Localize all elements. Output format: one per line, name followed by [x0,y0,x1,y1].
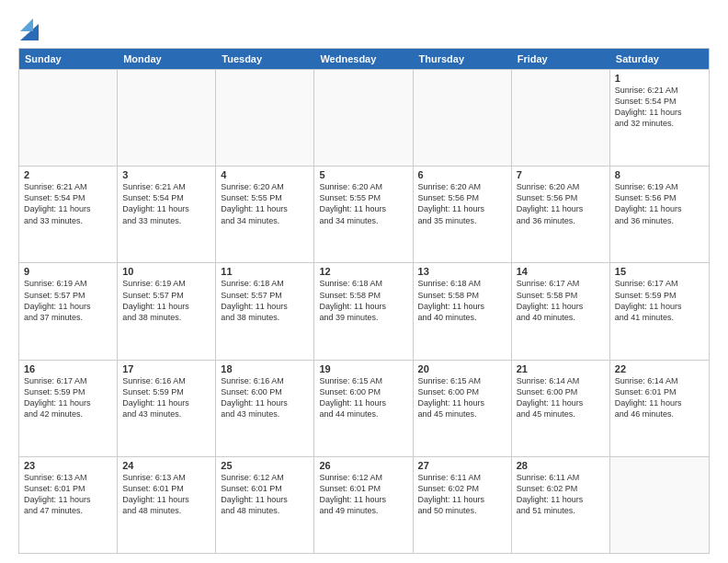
weekday-header-tuesday: Tuesday [216,49,314,69]
day-info: Sunrise: 6:18 AM Sunset: 5:58 PM Dayligh… [319,278,407,323]
day-info: Sunrise: 6:18 AM Sunset: 5:58 PM Dayligh… [418,278,506,323]
day-info: Sunrise: 6:17 AM Sunset: 5:58 PM Dayligh… [517,278,605,323]
day-info: Sunrise: 6:16 AM Sunset: 5:59 PM Dayligh… [122,375,210,420]
day-number: 3 [122,169,210,180]
day-number: 20 [418,363,506,374]
calendar-row-3: 9Sunrise: 6:19 AM Sunset: 5:57 PM Daylig… [19,262,709,359]
day-info: Sunrise: 6:13 AM Sunset: 6:01 PM Dayligh… [24,472,112,517]
day-info: Sunrise: 6:15 AM Sunset: 6:00 PM Dayligh… [319,375,407,420]
day-number: 28 [517,460,605,471]
day-info: Sunrise: 6:17 AM Sunset: 5:59 PM Dayligh… [24,375,112,420]
day-cell-19: 19Sunrise: 6:15 AM Sunset: 6:00 PM Dayli… [314,361,413,456]
day-info: Sunrise: 6:15 AM Sunset: 6:00 PM Dayligh… [418,375,506,420]
day-cell-20: 20Sunrise: 6:15 AM Sunset: 6:00 PM Dayli… [414,361,512,456]
day-cell-25: 25Sunrise: 6:12 AM Sunset: 6:01 PM Dayli… [216,457,314,553]
day-number: 4 [221,169,309,180]
day-info: Sunrise: 6:19 AM Sunset: 5:56 PM Dayligh… [615,181,704,226]
day-info: Sunrise: 6:11 AM Sunset: 6:02 PM Dayligh… [517,472,605,517]
day-info: Sunrise: 6:21 AM Sunset: 5:54 PM Dayligh… [122,181,210,226]
day-number: 2 [24,169,112,180]
day-info: Sunrise: 6:12 AM Sunset: 6:01 PM Dayligh… [319,472,407,517]
day-cell-27: 27Sunrise: 6:11 AM Sunset: 6:02 PM Dayli… [414,457,512,553]
day-cell-13: 13Sunrise: 6:18 AM Sunset: 5:58 PM Dayli… [414,263,512,359]
calendar-row-4: 16Sunrise: 6:17 AM Sunset: 5:59 PM Dayli… [19,360,709,456]
calendar: SundayMondayTuesdayWednesdayThursdayFrid… [18,48,710,554]
logo [18,15,39,40]
calendar-row-1: 1Sunrise: 6:21 AM Sunset: 5:54 PM Daylig… [19,69,709,166]
day-info: Sunrise: 6:20 AM Sunset: 5:55 PM Dayligh… [221,181,309,226]
day-number: 13 [418,266,506,277]
day-number: 14 [517,266,605,277]
day-number: 7 [517,169,605,180]
day-cell-1: 1Sunrise: 6:21 AM Sunset: 5:54 PM Daylig… [610,70,709,166]
day-number: 11 [221,266,309,277]
day-cell-empty-0-1 [118,70,216,166]
day-number: 24 [122,460,210,471]
day-cell-7: 7Sunrise: 6:20 AM Sunset: 5:56 PM Daylig… [512,167,610,262]
day-cell-empty-0-4 [414,70,512,166]
day-info: Sunrise: 6:18 AM Sunset: 5:57 PM Dayligh… [221,278,309,323]
weekday-header-friday: Friday [512,49,610,69]
day-number: 26 [319,460,407,471]
day-number: 18 [221,363,309,374]
day-cell-28: 28Sunrise: 6:11 AM Sunset: 6:02 PM Dayli… [512,457,610,553]
day-cell-26: 26Sunrise: 6:12 AM Sunset: 6:01 PM Dayli… [314,457,413,553]
day-cell-21: 21Sunrise: 6:14 AM Sunset: 6:00 PM Dayli… [512,361,610,456]
day-cell-16: 16Sunrise: 6:17 AM Sunset: 5:59 PM Dayli… [19,361,118,456]
day-info: Sunrise: 6:21 AM Sunset: 5:54 PM Dayligh… [24,181,112,226]
day-number: 15 [615,266,704,277]
day-cell-empty-0-3 [314,70,413,166]
day-info: Sunrise: 6:19 AM Sunset: 5:57 PM Dayligh… [24,278,112,323]
day-number: 8 [615,169,704,180]
weekday-header-monday: Monday [118,49,216,69]
day-number: 27 [418,460,506,471]
day-cell-empty-0-5 [512,70,610,166]
day-number: 21 [517,363,605,374]
weekday-header-saturday: Saturday [610,49,709,69]
day-cell-12: 12Sunrise: 6:18 AM Sunset: 5:58 PM Dayli… [314,263,413,359]
day-number: 1 [615,73,704,84]
weekday-header-thursday: Thursday [414,49,512,69]
day-info: Sunrise: 6:12 AM Sunset: 6:01 PM Dayligh… [221,472,309,517]
day-cell-4: 4Sunrise: 6:20 AM Sunset: 5:55 PM Daylig… [216,167,314,262]
weekday-header-sunday: Sunday [19,49,118,69]
weekday-header-wednesday: Wednesday [314,49,413,69]
day-cell-5: 5Sunrise: 6:20 AM Sunset: 5:55 PM Daylig… [314,167,413,262]
svg-marker-1 [20,18,33,31]
day-info: Sunrise: 6:21 AM Sunset: 5:54 PM Dayligh… [615,85,704,130]
day-cell-24: 24Sunrise: 6:13 AM Sunset: 6:01 PM Dayli… [118,457,216,553]
day-number: 16 [24,363,112,374]
day-number: 6 [418,169,506,180]
calendar-body: 1Sunrise: 6:21 AM Sunset: 5:54 PM Daylig… [19,69,709,553]
day-cell-empty-0-0 [19,70,118,166]
page-header [18,15,710,40]
day-cell-18: 18Sunrise: 6:16 AM Sunset: 6:00 PM Dayli… [216,361,314,456]
calendar-row-2: 2Sunrise: 6:21 AM Sunset: 5:54 PM Daylig… [19,166,709,262]
day-cell-14: 14Sunrise: 6:17 AM Sunset: 5:58 PM Dayli… [512,263,610,359]
day-number: 10 [122,266,210,277]
day-cell-22: 22Sunrise: 6:14 AM Sunset: 6:01 PM Dayli… [610,361,709,456]
day-cell-3: 3Sunrise: 6:21 AM Sunset: 5:54 PM Daylig… [118,167,216,262]
day-number: 23 [24,460,112,471]
day-cell-empty-0-2 [216,70,314,166]
day-info: Sunrise: 6:20 AM Sunset: 5:56 PM Dayligh… [517,181,605,226]
day-cell-2: 2Sunrise: 6:21 AM Sunset: 5:54 PM Daylig… [19,167,118,262]
day-info: Sunrise: 6:13 AM Sunset: 6:01 PM Dayligh… [122,472,210,517]
day-number: 25 [221,460,309,471]
day-info: Sunrise: 6:11 AM Sunset: 6:02 PM Dayligh… [418,472,506,517]
day-number: 5 [319,169,407,180]
day-info: Sunrise: 6:20 AM Sunset: 5:56 PM Dayligh… [418,181,506,226]
day-info: Sunrise: 6:14 AM Sunset: 6:01 PM Dayligh… [615,375,704,420]
day-info: Sunrise: 6:14 AM Sunset: 6:00 PM Dayligh… [517,375,605,420]
day-number: 9 [24,266,112,277]
day-cell-15: 15Sunrise: 6:17 AM Sunset: 5:59 PM Dayli… [610,263,709,359]
day-info: Sunrise: 6:16 AM Sunset: 6:00 PM Dayligh… [221,375,309,420]
day-cell-9: 9Sunrise: 6:19 AM Sunset: 5:57 PM Daylig… [19,263,118,359]
day-number: 19 [319,363,407,374]
day-cell-11: 11Sunrise: 6:18 AM Sunset: 5:57 PM Dayli… [216,263,314,359]
day-cell-17: 17Sunrise: 6:16 AM Sunset: 5:59 PM Dayli… [118,361,216,456]
day-info: Sunrise: 6:17 AM Sunset: 5:59 PM Dayligh… [615,278,704,323]
day-info: Sunrise: 6:19 AM Sunset: 5:57 PM Dayligh… [122,278,210,323]
day-number: 12 [319,266,407,277]
calendar-row-5: 23Sunrise: 6:13 AM Sunset: 6:01 PM Dayli… [19,456,709,553]
